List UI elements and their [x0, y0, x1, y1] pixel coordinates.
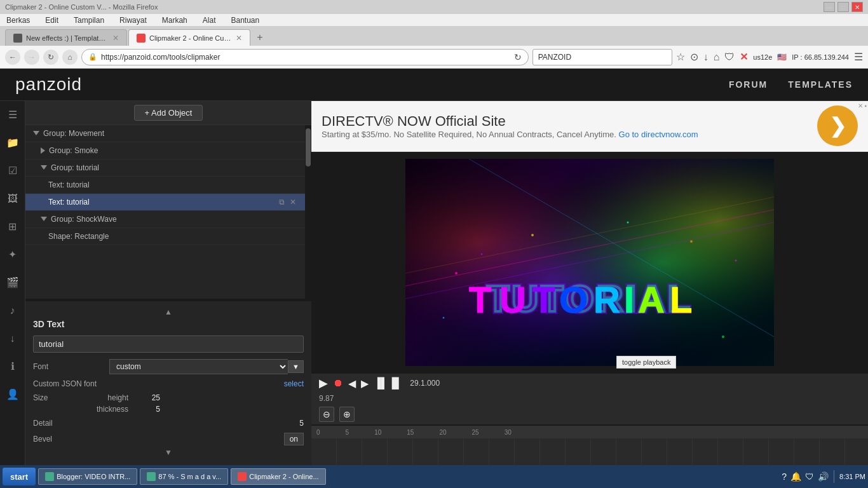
scrollbar-thumb[interactable] — [306, 128, 311, 166]
close-button[interactable]: ✕ — [851, 2, 863, 12]
list-item[interactable]: Group: Smoke — [25, 142, 305, 159]
sidebar-folder[interactable]: 📁 — [4, 134, 22, 152]
ad-link[interactable]: Go to directvnow.com — [619, 130, 698, 139]
sidebar-hamburger[interactable]: ☰ — [4, 106, 22, 124]
list-item-selected[interactable]: Text: tutorial ⧉ ✕ — [25, 194, 305, 211]
bookmark-icon[interactable]: ☆ — [676, 51, 685, 63]
timeline-num: 15 — [407, 429, 414, 436]
nav-templates[interactable]: TEMPLATES — [788, 79, 853, 90]
taskbar-favicon-1 — [45, 472, 54, 481]
sidebar-image[interactable]: 🖼 — [4, 190, 22, 208]
sidebar-person[interactable]: 👤 — [4, 386, 22, 403]
home-toolbar-icon[interactable]: ⌂ — [714, 51, 720, 63]
tab-close-1[interactable]: ✕ — [112, 34, 119, 43]
menu-riwayat[interactable]: Riwayat — [117, 16, 149, 25]
history-icon[interactable]: ⊙ — [690, 51, 698, 63]
menu-edit[interactable]: Edit — [43, 16, 61, 25]
video-effect: TUTORIAL TUTORIAL T U T O R I A L — [405, 159, 774, 366]
sidebar-video[interactable]: 🎬 — [4, 274, 22, 292]
zoom-out-button[interactable]: ⊖ — [319, 407, 334, 422]
grid-icon: ⊞ — [8, 220, 17, 233]
add-object-button[interactable]: + Add Object — [134, 105, 203, 121]
item-label: Shape: Rectangle — [48, 232, 109, 241]
scrollbar-track[interactable] — [305, 125, 311, 299]
timeline-num: 0 — [316, 429, 320, 436]
x-icon[interactable]: ✕ — [740, 51, 748, 63]
tab-close-2[interactable]: ✕ — [236, 34, 242, 43]
shield-icon[interactable]: 🛡 — [724, 51, 735, 63]
flag-icon: 🇺🇸 — [777, 53, 787, 62]
scroll-up-btn[interactable]: ▲ — [33, 308, 304, 316]
download-icon[interactable]: ↓ — [703, 51, 709, 63]
forward-button[interactable]: → — [24, 50, 39, 65]
taskbar-volume-icon[interactable]: 🔊 — [818, 471, 829, 482]
zoom-in-button[interactable]: ⊕ — [339, 407, 355, 422]
svg-text:A: A — [638, 279, 665, 320]
list-item[interactable]: Group: tutorial — [25, 159, 305, 177]
folder-icon: 📁 — [6, 137, 19, 149]
list-item[interactable]: Group: ShockWave — [25, 211, 305, 228]
sidebar-info[interactable]: ℹ — [4, 358, 22, 376]
title-bar-text: Clipmaker 2 - Online Custom V... - Mozil… — [5, 3, 158, 11]
taskbar-item-1[interactable]: Blogger: VIDEO INTR... — [38, 468, 137, 485]
start-button[interactable]: start — [3, 468, 36, 485]
new-tab-button[interactable]: + — [252, 29, 268, 46]
menu-markah[interactable]: Markah — [159, 16, 190, 25]
bevel-toggle-button[interactable]: on — [284, 433, 304, 445]
maximize-button[interactable]: □ — [837, 2, 849, 12]
tab-label-1: New effects :) | Template#21... — [26, 34, 109, 42]
svg-text:T: T — [532, 279, 555, 320]
minimize-button[interactable]: — — [824, 2, 835, 12]
list-item[interactable]: Group: Movement — [25, 125, 305, 142]
taskbar-favicon-3 — [238, 472, 247, 481]
search-bar[interactable]: PANZOID — [532, 49, 672, 65]
next-button[interactable]: ▶ — [361, 377, 369, 390]
ad-button[interactable]: ❯ — [817, 105, 858, 146]
play-button[interactable]: ▶ — [319, 376, 328, 390]
record-button[interactable]: ⏺ — [333, 377, 343, 389]
scroll-down-btn[interactable]: ▼ — [33, 448, 304, 457]
taskbar-help-icon[interactable]: ? — [782, 471, 787, 482]
svg-point-21 — [627, 221, 629, 223]
refresh-icon[interactable]: ↻ — [514, 52, 522, 62]
menu-berkas[interactable]: Berkas — [4, 16, 32, 25]
menu-tampilan[interactable]: Tampilan — [71, 16, 107, 25]
reload-button[interactable]: ↻ — [43, 50, 58, 65]
prev-button[interactable]: ◀ — [348, 377, 356, 390]
taskbar-item-2[interactable]: 87 % - S m a d a v... — [140, 468, 228, 485]
sidebar-grid[interactable]: ⊞ — [4, 218, 22, 236]
home-button[interactable]: ⌂ — [62, 50, 78, 65]
item-name: Group: ShockWave — [51, 215, 117, 224]
tab-2[interactable]: Clipmaker 2 - Online Custom V... ✕ — [128, 29, 250, 46]
collapse-icon — [41, 165, 47, 170]
font-select-arrow[interactable]: ▼ — [288, 360, 304, 373]
taskbar-notify-icon[interactable]: 🔔 — [790, 471, 801, 482]
list-item[interactable]: Text: tutorial — [25, 177, 305, 194]
taskbar-shield-icon[interactable]: 🛡 — [805, 471, 814, 482]
url-bar[interactable]: 🔒 https://panzoid.com/tools/clipmaker ↻ — [81, 49, 529, 65]
sidebar-star[interactable]: ✦ — [4, 246, 22, 264]
menu-bantuan[interactable]: Bantuan — [228, 16, 262, 25]
custom-json-select[interactable]: select — [284, 379, 304, 388]
nav-forum[interactable]: FORUM — [729, 79, 768, 90]
copy-button[interactable]: ⧉ — [278, 198, 286, 207]
taskbar-item-3[interactable]: Clipmaker 2 - Online... — [231, 468, 325, 485]
tab-1[interactable]: New effects :) | Template#21... ✕ — [5, 29, 127, 46]
sidebar-music[interactable]: ♪ — [4, 302, 22, 320]
menu-icon[interactable]: ☰ — [854, 51, 863, 63]
delete-button[interactable]: ✕ — [288, 198, 297, 207]
back-button[interactable]: ← — [5, 50, 20, 65]
address-bar: ← → ↻ ⌂ 🔒 https://panzoid.com/tools/clip… — [0, 46, 868, 69]
sidebar-download[interactable]: ↓ — [4, 330, 22, 348]
timeline-num: 20 — [439, 429, 446, 436]
list-item[interactable]: Shape: Rectangle — [25, 228, 305, 245]
collapse-icon — [33, 131, 39, 135]
waveform-button[interactable]: ▐▌▐▌ — [374, 377, 402, 389]
font-select[interactable]: custom — [109, 359, 288, 374]
text-input-field[interactable] — [33, 336, 304, 353]
detail-label: Detail — [33, 419, 84, 428]
thickness-value: 5 — [135, 405, 160, 414]
sidebar-check[interactable]: ☑ — [4, 162, 22, 180]
menu-alat[interactable]: Alat — [200, 16, 219, 25]
ad-close-button[interactable]: ✕ ▪ — [858, 102, 867, 109]
